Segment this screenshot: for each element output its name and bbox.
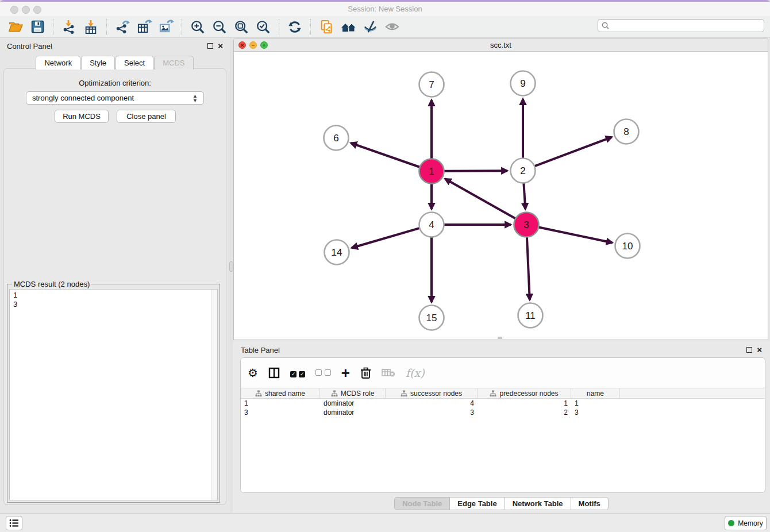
edge-3-1[interactable]: [445, 179, 515, 218]
network-window-titlebar[interactable]: ✕ − + scc.txt: [234, 38, 768, 52]
home-button[interactable]: [339, 18, 357, 36]
gear-icon[interactable]: ⚙: [248, 366, 258, 380]
show-hidden-icon: [384, 19, 400, 34]
network-close-icon[interactable]: ✕: [238, 41, 246, 49]
zoom-out-icon: [212, 20, 227, 34]
apply-layout-button[interactable]: [286, 18, 304, 36]
search-field[interactable]: [598, 19, 764, 32]
search-input[interactable]: [612, 21, 760, 30]
import-table-button[interactable]: [82, 18, 100, 36]
zoom-fit-button[interactable]: [232, 18, 251, 36]
edge-1-2[interactable]: [444, 171, 507, 171]
memory-button[interactable]: Memory: [725, 516, 767, 530]
network-minimize-icon[interactable]: −: [249, 41, 257, 49]
cell[interactable]: dominator: [320, 399, 386, 408]
float-table-panel-icon[interactable]: [746, 347, 752, 353]
home-icon: [340, 19, 356, 35]
column-label: predecessor nodes: [499, 390, 558, 398]
open-session-button[interactable]: [6, 18, 25, 36]
tab-mcds[interactable]: MCDS: [154, 56, 193, 70]
edge-4-14[interactable]: [352, 228, 419, 248]
edge-2-3[interactable]: [523, 183, 525, 209]
tab-network-table[interactable]: Network Table: [505, 497, 571, 510]
column-selector-icon[interactable]: [268, 367, 280, 379]
mcds-result-textarea[interactable]: 1 3: [9, 289, 218, 500]
node-label-10: 10: [622, 241, 633, 252]
node-label-9: 9: [520, 78, 525, 89]
tab-network[interactable]: Network: [36, 56, 80, 70]
cell[interactable]: 4: [386, 399, 478, 408]
column-header-successor-nodes[interactable]: successor nodes: [386, 388, 478, 398]
close-panel-button[interactable]: Close panel: [117, 110, 176, 123]
tab-edge-table[interactable]: Edge Table: [450, 497, 505, 510]
cell[interactable]: 1: [571, 399, 620, 408]
column-header-name[interactable]: name: [571, 388, 620, 398]
network-maximize-icon[interactable]: +: [260, 41, 268, 49]
zoom-selected-icon: [256, 20, 271, 34]
cell[interactable]: 2: [478, 408, 571, 417]
column-header-MCDS-role[interactable]: MCDS role: [320, 388, 386, 398]
panel-divider-grip[interactable]: [229, 261, 233, 272]
table-toolbar: ⚙ ✓ ✓ + f(x): [241, 358, 765, 388]
close-window-icon[interactable]: [10, 6, 18, 14]
close-panel-icon[interactable]: ×: [218, 43, 223, 49]
run-mcds-button[interactable]: Run MCDS: [55, 110, 109, 123]
show-hidden-button[interactable]: [383, 18, 401, 36]
zoom-in-button[interactable]: [188, 18, 207, 36]
task-history-button[interactable]: [6, 516, 22, 530]
open-session-icon: [8, 20, 23, 34]
clone-network-icon: [319, 20, 334, 34]
save-session-button[interactable]: [28, 18, 47, 36]
hide-selected-button[interactable]: [361, 18, 379, 36]
table-row-2[interactable]: 3dominator323: [241, 408, 765, 417]
tab-style[interactable]: Style: [81, 56, 115, 70]
edge-1-6[interactable]: [351, 143, 419, 167]
zoom-selected-button[interactable]: [254, 18, 272, 36]
delete-table-icon: [382, 368, 395, 378]
cell[interactable]: 1: [241, 399, 320, 408]
export-network-button[interactable]: [113, 18, 132, 36]
cell[interactable]: dominator: [320, 408, 386, 417]
control-panel-header: Control Panel ×: [0, 38, 230, 54]
cell[interactable]: 3: [241, 408, 320, 417]
criterion-dropdown[interactable]: strongly connected component ▲▼: [26, 91, 204, 105]
minimize-window-icon[interactable]: [22, 6, 30, 14]
zoom-out-button[interactable]: [210, 18, 229, 36]
memory-status-icon: [728, 520, 734, 526]
deselect-all-checks-icon[interactable]: [315, 368, 330, 378]
mcds-result-title: MCDS result (2 nodes): [12, 280, 91, 288]
toolbar-separator: [182, 19, 182, 35]
edge-3-11[interactable]: [527, 237, 530, 300]
float-panel-icon[interactable]: [207, 43, 213, 49]
maximize-window-icon[interactable]: [33, 6, 41, 14]
toolbar-separator: [310, 19, 311, 35]
import-network-button[interactable]: [60, 18, 78, 36]
cell[interactable]: 1: [478, 399, 571, 408]
tab-node-table[interactable]: Node Table: [394, 497, 450, 510]
export-image-button[interactable]: [157, 18, 175, 36]
clone-network-button[interactable]: [317, 18, 336, 36]
edge-2-8[interactable]: [535, 137, 612, 167]
zoom-fit-icon: [234, 20, 249, 34]
cell[interactable]: 3: [571, 408, 620, 417]
table-panel-title: Table Panel: [241, 346, 280, 354]
delete-column-icon[interactable]: [360, 367, 371, 379]
cell[interactable]: 3: [386, 408, 478, 417]
tab-select[interactable]: Select: [116, 56, 153, 70]
add-column-icon[interactable]: +: [341, 367, 350, 379]
node-label-3: 3: [523, 219, 529, 230]
table-tabbar: Node TableEdge TableNetwork TableMotifs: [233, 497, 770, 510]
tab-motifs[interactable]: Motifs: [571, 497, 609, 510]
mcds-scrollbar[interactable]: [211, 290, 217, 500]
close-table-panel-icon[interactable]: ×: [757, 347, 762, 353]
edge-3-10[interactable]: [539, 228, 613, 243]
column-header-predecessor-nodes[interactable]: predecessor nodes: [478, 388, 571, 398]
canvas-resize-grip[interactable]: [498, 337, 502, 339]
app-titlebar[interactable]: Session: New Session: [0, 2, 770, 16]
table-row-1[interactable]: 1dominator411: [241, 399, 765, 408]
network-canvas[interactable]: 7968124314101511: [234, 52, 768, 340]
export-table-button[interactable]: [135, 18, 153, 36]
save-session-icon: [30, 20, 45, 34]
select-all-checks-icon[interactable]: ✓ ✓: [290, 368, 305, 378]
column-header-shared-name[interactable]: shared name: [241, 388, 320, 398]
